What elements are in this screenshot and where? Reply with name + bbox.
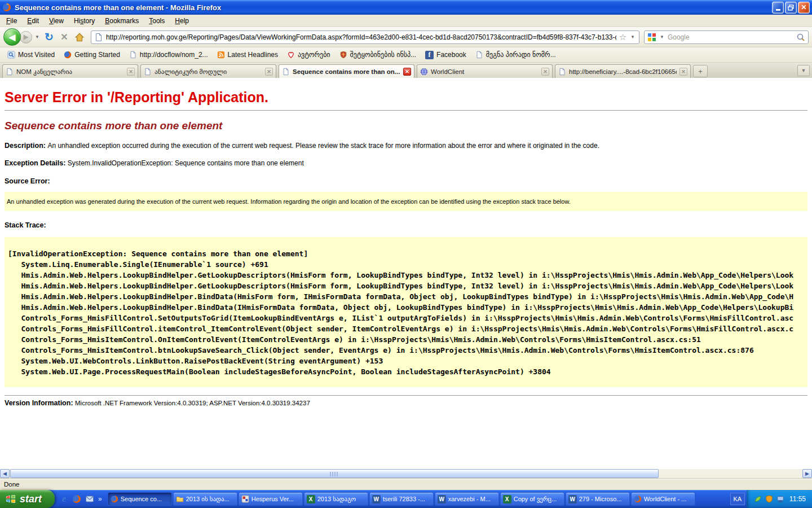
taskbar-button-hesperus[interactable]: Hesperus Ver...	[239, 492, 303, 506]
taskbar-button-worldclient[interactable]: WorldClient - ...	[631, 492, 695, 506]
most-visited-icon	[7, 51, 15, 59]
language-indicator[interactable]: KA	[730, 493, 745, 505]
reload-icon: ↻	[45, 30, 54, 43]
search-magnifier-icon[interactable]	[796, 33, 805, 42]
stop-button[interactable]: ✕	[58, 30, 71, 44]
menu-bookmarks[interactable]: Bookmarks	[100, 15, 144, 27]
back-button[interactable]: ◀	[3, 28, 21, 46]
bookmark-most-visited[interactable]: Most Visited	[3, 50, 59, 60]
divider	[5, 110, 807, 111]
scrollbar-thumb[interactable]	[10, 469, 659, 478]
bookmark-getting-started[interactable]: Getting Started	[60, 50, 124, 60]
taskbar-button-label: 2013 სადაგო	[317, 496, 365, 503]
search-input[interactable]: Google	[668, 33, 794, 41]
globe-icon	[420, 68, 428, 76]
tab-label: Sequence contains more than on...	[293, 68, 400, 75]
tab-close-icon[interactable]: ✕	[403, 68, 411, 76]
error-subtitle: Sequence contains more than one element	[5, 120, 807, 132]
tab-close-icon[interactable]: ✕	[265, 68, 273, 76]
taskbar-button-copy-of[interactable]: Copy of ვერც...	[500, 492, 564, 506]
taskbar-button-tserili[interactable]: tserili 72833 -...	[369, 492, 434, 506]
page-icon	[6, 68, 14, 76]
tab-beneficiary[interactable]: http://beneficiary....-8cad-6bc2f10665d0…	[555, 64, 691, 78]
taskbar-button-sequence[interactable]: Sequence co...	[108, 492, 172, 506]
taskbar-button-2013-folder[interactable]: 2013 ის სადა...	[173, 492, 237, 506]
bookmark-latest-headlines[interactable]: Latest Headlines	[213, 50, 282, 60]
restore-button[interactable]	[785, 2, 797, 14]
bookmark-avtorebi[interactable]: ავტორები	[283, 50, 334, 60]
internet-explorer-icon[interactable]	[60, 495, 68, 503]
minimize-button[interactable]	[772, 2, 784, 14]
tab-close-icon[interactable]: ✕	[679, 68, 687, 76]
stack-trace-label: Stack Trace:	[5, 221, 807, 229]
system-tray: 11:55	[747, 490, 812, 508]
close-button[interactable]: ✕	[798, 2, 810, 14]
new-tab-button[interactable]: +	[693, 65, 708, 77]
history-dropdown-icon[interactable]: ▼	[34, 34, 41, 40]
bookmark-shetyobineba[interactable]: შეტყობინების ინსპ...	[336, 50, 420, 60]
firefox-icon[interactable]	[72, 494, 81, 503]
windows-flag-icon	[5, 493, 16, 505]
clock[interactable]: 11:55	[789, 495, 806, 503]
tab-close-icon[interactable]: ✕	[541, 68, 549, 76]
back-arrow-icon: ◀	[9, 32, 16, 42]
tab-close-icon[interactable]: ✕	[127, 68, 135, 76]
display-tray-icon[interactable]	[776, 495, 784, 503]
menu-help[interactable]: Help	[170, 15, 194, 27]
taskbar-button-xarvezebi[interactable]: xarvezebi - M...	[435, 492, 499, 506]
taskbar-button-label: Sequence co...	[121, 496, 169, 502]
reload-button[interactable]: ↻	[42, 30, 56, 44]
url-bar[interactable]: http://reporting.moh.gov.ge/Reporting/Pa…	[91, 30, 639, 44]
bookmark-docflow[interactable]: http://docflow/nom_2...	[125, 50, 212, 60]
tab-worldclient[interactable]: WorldClient ✕	[417, 64, 553, 78]
tab-nom-kancelaria[interactable]: NOM კანცელარია ✕	[2, 64, 138, 78]
scroll-left-icon[interactable]: ◀	[0, 469, 10, 478]
search-engine-dropdown-icon[interactable]: ▼	[659, 34, 665, 40]
start-button[interactable]: start	[0, 490, 55, 508]
menu-view[interactable]: View	[44, 15, 69, 27]
tab-sequence-error[interactable]: Sequence contains more than on... ✕	[279, 64, 414, 78]
scrollbar-grip	[330, 472, 339, 476]
google-icon	[647, 33, 656, 42]
taskbar-button-279[interactable]: 279 - Microso...	[566, 492, 630, 506]
bookmark-label: შეტყობინების ინსპ...	[350, 51, 416, 59]
home-button[interactable]	[73, 30, 86, 44]
menu-history[interactable]: History	[69, 15, 100, 27]
stack-trace-text: [InvalidOperationException: Sequence con…	[8, 248, 804, 377]
search-box[interactable]: ▼ Google	[644, 30, 809, 44]
bookmark-megna[interactable]: მეგნა პირადი ნომრ...	[471, 50, 560, 60]
forward-button[interactable]: ▶	[20, 31, 32, 43]
menu-file[interactable]: File	[1, 15, 22, 27]
bookmark-label: მეგნა პირადი ნომრ...	[486, 51, 556, 59]
bookmark-label: http://docflow/nom_2...	[140, 51, 208, 59]
exception-label: Exception Details:	[5, 159, 68, 167]
error-title: Server Error in '/Reporting' Application…	[5, 89, 807, 106]
menu-tools[interactable]: Tools	[144, 15, 170, 27]
tab-analitikuri-moduli[interactable]: ანალიტიკური მოდული ✕	[140, 64, 276, 78]
list-all-tabs-icon[interactable]: ▼	[797, 65, 810, 76]
bookmark-facebook[interactable]: Facebook	[421, 50, 470, 60]
hesperus-app-icon	[241, 495, 249, 503]
leaf-tray-icon[interactable]	[754, 495, 762, 503]
mail-app-icon[interactable]	[85, 494, 94, 503]
description-text: An unhandled exception occurred during t…	[47, 142, 599, 150]
menu-bar: File Edit View History Bookmarks Tools H…	[0, 15, 812, 27]
taskbar-button-label: xarvezebi - M...	[448, 496, 496, 502]
divider	[5, 395, 807, 396]
chevron-right-icon[interactable]: »	[98, 495, 102, 503]
taskbar-button-label: 2013 ის სადა...	[186, 496, 235, 503]
shield-tray-icon[interactable]	[765, 495, 773, 503]
bookmark-star-icon[interactable]: ☆	[619, 32, 626, 42]
scroll-right-icon[interactable]: ▶	[802, 469, 812, 478]
taskbar-button-label: tserili 72833 -...	[383, 496, 431, 502]
tab-label: NOM კანცელარია	[16, 68, 124, 76]
url-dropdown-icon[interactable]: ▼	[629, 34, 636, 40]
bookmark-label: Most Visited	[18, 51, 55, 59]
source-error-label: Source Error:	[5, 177, 807, 185]
taskbar-button-2013-excel[interactable]: 2013 სადაგო	[304, 492, 368, 506]
url-text[interactable]: http://reporting.moh.gov.ge/Reporting/Pa…	[106, 33, 616, 41]
horizontal-scrollbar[interactable]: ◀ ▶	[0, 468, 812, 478]
menu-edit[interactable]: Edit	[22, 15, 44, 27]
excel-icon	[503, 495, 511, 503]
firefox-icon	[111, 495, 118, 503]
